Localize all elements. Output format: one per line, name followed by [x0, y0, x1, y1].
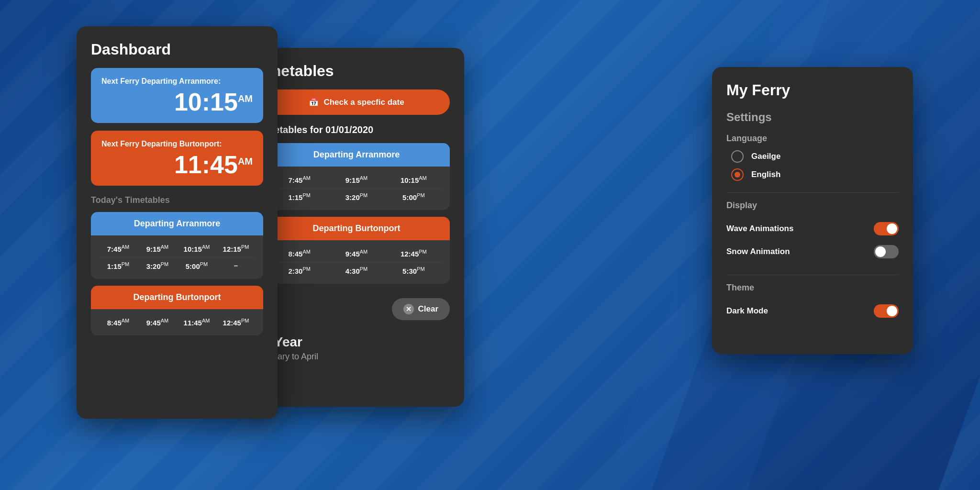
time-cell: 9:45AM	[141, 318, 174, 327]
table-row: 2:30PM 4:30PM 5:30PM	[271, 262, 442, 279]
next-ferry-burtonport-box: Next Ferry Departing Burtonport: 11:45AM	[91, 131, 263, 186]
time-cell: 8:45AM	[101, 318, 135, 327]
timetables-arranmore-block: Departing Arranmore 7:45AM 9:15AM 10:15A…	[263, 143, 450, 210]
time-cell: 1:15PM	[283, 192, 316, 201]
dashboard-arranmore-body: 7:45AM 9:15AM 10:15AM 12:15PM 1:15PM 3:2…	[91, 235, 263, 279]
time-cell: 12:45PM	[397, 249, 430, 258]
clear-button[interactable]: ✕ Clear	[392, 298, 450, 320]
snow-animation-toggle[interactable]	[874, 245, 899, 258]
time-cell: –	[219, 261, 253, 270]
dashboard-burtonport-header: Departing Burtonport	[91, 286, 263, 309]
all-year-sub: anuary to April	[263, 352, 450, 362]
wave-animations-row: Wave Animations	[726, 217, 899, 240]
timetables-arranmore-body: 7:45AM 9:15AM 10:15AM 1:15PM 3:20PM 5:00…	[263, 167, 450, 210]
display-label: Display	[726, 200, 899, 211]
table-row: 1:15PM 3:20PM 5:00PM	[271, 189, 442, 205]
radio-english-label: English	[751, 170, 780, 179]
dashboard-card: Dashboard Next Ferry Departing Arranmore…	[77, 26, 278, 419]
myferry-card: My Ferry Settings Language Gaeilge Engli…	[712, 67, 913, 354]
time-cell: 3:20PM	[141, 261, 174, 270]
dark-mode-label: Dark Mode	[726, 306, 768, 316]
calendar-icon: 📅	[309, 97, 319, 107]
time-cell: 7:45AM	[283, 175, 316, 184]
radio-gaeilge-circle	[731, 150, 744, 163]
toggle-knob	[875, 246, 886, 257]
time-cell: 12:45PM	[219, 318, 253, 327]
toggle-knob	[887, 223, 897, 234]
theme-section: Theme Dark Mode	[726, 283, 899, 323]
time-cell: 11:45AM	[180, 318, 213, 327]
time-cell: 2:30PM	[283, 266, 316, 275]
myferry-title: My Ferry	[726, 81, 899, 99]
display-section: Display Wave Animations Snow Animation	[726, 200, 899, 263]
time-cell: 9:15AM	[141, 244, 174, 253]
todays-timetables-heading: Today's Timetables	[91, 195, 263, 205]
time-cell: 9:45AM	[340, 249, 373, 258]
dark-mode-toggle[interactable]	[874, 304, 899, 318]
time-cell: 12:15PM	[219, 244, 253, 253]
divider-2	[726, 275, 899, 275]
time-cell: 5:30PM	[397, 266, 430, 275]
time-cell: 5:00PM	[180, 261, 213, 270]
theme-label: Theme	[726, 283, 899, 293]
table-row: 8:45AM 9:45AM 12:45PM	[271, 245, 442, 262]
radio-english-circle	[731, 168, 744, 181]
radio-item-gaeilge[interactable]: Gaeilge	[731, 150, 899, 163]
dashboard-arranmore-header: Departing Arranmore	[91, 212, 263, 235]
dashboard-departing-burtonport-block: Departing Burtonport 8:45AM 9:45AM 11:45…	[91, 286, 263, 335]
table-row: 1:15PM 3:20PM 5:00PM –	[99, 257, 256, 274]
table-row: 7:45AM 9:15AM 10:15AM	[271, 171, 442, 189]
wave-animations-label: Wave Animations	[726, 224, 793, 234]
timetables-burtonport-block: Departing Burtonport 8:45AM 9:45AM 12:45…	[263, 217, 450, 284]
dark-mode-row: Dark Mode	[726, 300, 899, 323]
dashboard-title: Dashboard	[91, 41, 263, 58]
next-ferry-arranmore-box: Next Ferry Departing Arranmore: 10:15AM	[91, 68, 263, 123]
close-icon: ✕	[403, 304, 414, 314]
time-cell: 1:15PM	[101, 261, 135, 270]
snow-animation-row: Snow Animation	[726, 240, 899, 263]
all-year-heading: ll Year	[263, 334, 450, 350]
radio-item-english[interactable]: English	[731, 168, 899, 181]
language-label: Language	[726, 134, 899, 144]
table-row: 8:45AM 9:45AM 11:45AM 12:45PM	[99, 314, 256, 331]
cards-container: Dashboard Next Ferry Departing Arranmore…	[0, 0, 980, 490]
timetables-date-heading: imetables for 01/01/2020	[263, 124, 450, 135]
dashboard-departing-arranmore-block: Departing Arranmore 7:45AM 9:15AM 10:15A…	[91, 212, 263, 279]
settings-label: Settings	[726, 111, 899, 124]
table-row: 7:45AM 9:15AM 10:15AM 12:15PM	[99, 240, 256, 257]
timetables-card: imetables 📅 Check a specfic date imetabl…	[249, 48, 464, 407]
wave-animations-toggle[interactable]	[874, 222, 899, 235]
time-cell: 8:45AM	[283, 249, 316, 258]
timetables-title: imetables	[263, 62, 450, 80]
next-burtonport-time: 11:45AM	[101, 152, 253, 177]
next-burtonport-label: Next Ferry Departing Burtonport:	[101, 139, 253, 149]
timetables-burtonport-header: Departing Burtonport	[263, 217, 450, 240]
time-cell: 10:15AM	[397, 175, 430, 184]
time-cell: 3:20PM	[340, 192, 373, 201]
time-cell: 4:30PM	[340, 266, 373, 275]
divider-1	[726, 192, 899, 193]
timetables-burtonport-body: 8:45AM 9:45AM 12:45PM 2:30PM 4:30PM 5:30…	[263, 240, 450, 284]
language-radio-group: Gaeilge English	[726, 150, 899, 181]
check-date-button[interactable]: 📅 Check a specfic date	[263, 89, 450, 115]
language-section: Language Gaeilge English	[726, 134, 899, 181]
radio-gaeilge-label: Gaeilge	[751, 152, 780, 161]
next-arranmore-label: Next Ferry Departing Arranmore:	[101, 77, 253, 87]
timetables-arranmore-header: Departing Arranmore	[263, 143, 450, 167]
time-cell: 5:00PM	[397, 192, 430, 201]
time-cell: 10:15AM	[180, 244, 213, 253]
time-cell: 9:15AM	[340, 175, 373, 184]
snow-animation-label: Snow Animation	[726, 247, 790, 256]
next-arranmore-time: 10:15AM	[101, 89, 253, 114]
toggle-knob	[887, 306, 897, 316]
dashboard-burtonport-body: 8:45AM 9:45AM 11:45AM 12:45PM	[91, 309, 263, 335]
time-cell: 7:45AM	[101, 244, 135, 253]
